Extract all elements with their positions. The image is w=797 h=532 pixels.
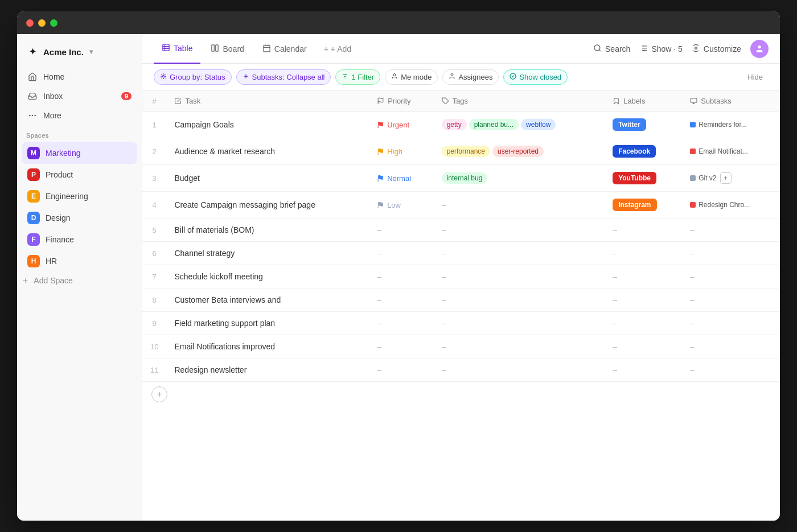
filter-icon [342,73,348,81]
task-tags[interactable]: – [434,265,605,288]
col-task: Task [166,91,369,112]
hr-label: HR [46,257,57,266]
group-by-filter[interactable]: Group by: Status [154,69,232,85]
task-tags[interactable]: – [434,288,605,312]
task-label[interactable]: Twitter [605,112,682,138]
task-label[interactable]: – [605,288,682,312]
task-priority[interactable]: Low [369,192,433,218]
show-closed-label: Show closed [519,73,561,81]
search-action[interactable]: Search [593,44,630,54]
table-row[interactable]: 6Channel strategy–––– [142,242,780,265]
task-priority[interactable]: Urgent [369,112,433,138]
assignees-chip[interactable]: Assignees [442,69,499,85]
task-label[interactable]: Facebook [605,138,682,165]
table-row[interactable]: 1Campaign Goals Urgent gettyplanned bu..… [142,112,780,138]
task-tags[interactable]: – [434,335,605,358]
table-row[interactable]: 8Customer Beta interviews and–––– [142,288,780,312]
task-tags[interactable]: – [434,192,605,218]
table-row[interactable]: 3Budget Normal internal bugYouTubbeGit v… [142,165,780,192]
task-priority[interactable]: Normal [369,165,433,192]
task-tags[interactable]: – [434,242,605,265]
me-mode-chip[interactable]: Me mode [385,69,438,85]
finance-label: Finance [46,235,74,244]
task-subtask[interactable]: Git v2+ [682,165,780,192]
sidebar-item-finance[interactable]: F Finance [22,229,137,250]
task-subtask[interactable]: – [682,358,780,382]
task-tags[interactable]: gettyplanned bu...webflow [434,112,605,138]
tab-table[interactable]: Table [154,34,200,64]
task-label[interactable]: – [605,335,682,358]
tab-calendar[interactable]: Calendar [254,34,315,64]
sidebar-item-hr[interactable]: H HR [22,250,137,272]
hide-button[interactable]: Hide [742,70,769,84]
maximize-button[interactable] [50,19,57,27]
task-priority[interactable]: – [369,265,433,288]
svg-point-2 [30,115,30,116]
app-logo[interactable]: ✦ Acme Inc. ▾ [17,41,142,67]
add-space-button[interactable]: + Add Space [17,272,142,289]
table-row[interactable]: 9Field marketing support plan–––– [142,312,780,335]
add-view-button[interactable]: + + Add [317,41,358,57]
add-row-button[interactable]: + [151,386,167,402]
table-row[interactable]: 4Create Campaign messaging brief page Lo… [142,192,780,218]
subtasks-filter[interactable]: Subtasks: Collapse all [236,69,331,85]
sidebar-item-home[interactable]: Home [22,67,137,86]
task-subtask[interactable]: – [682,288,780,312]
table-row[interactable]: 10Email Notifications improved–––– [142,335,780,358]
minimize-button[interactable] [38,19,46,27]
task-tags[interactable]: – [434,358,605,382]
task-priority[interactable]: – [369,312,433,335]
user-avatar[interactable] [750,40,769,58]
sidebar-item-engineering[interactable]: E Engineering [22,185,137,207]
table-row[interactable]: 5Bill of materials (BOM)–––– [142,218,780,242]
table-row[interactable]: 11Redesign newsletter–––– [142,358,780,382]
task-priority[interactable]: High [369,138,433,165]
task-label[interactable]: – [605,218,682,242]
task-label[interactable]: YouTubbe [605,165,682,192]
show-action[interactable]: Show · 5 [639,44,682,54]
task-priority[interactable]: – [369,288,433,312]
task-name: Redesign newsletter [166,358,369,382]
task-label[interactable]: Instagram [605,192,682,218]
task-priority[interactable]: – [369,242,433,265]
task-subtask[interactable]: Reminders for... [682,112,780,138]
row-number: 9 [142,312,166,335]
close-button[interactable] [26,19,34,27]
task-label[interactable]: – [605,265,682,288]
svg-point-1 [35,115,35,116]
task-tags[interactable]: – [434,218,605,242]
task-name: Bill of materials (BOM) [166,218,369,242]
customize-action[interactable]: Customize [692,44,741,54]
task-label[interactable]: – [605,312,682,335]
task-priority[interactable]: – [369,358,433,382]
task-tags[interactable]: internal bug [434,165,605,192]
show-closed-chip[interactable]: Show closed [503,69,568,85]
filter-chip[interactable]: 1 Filter [335,69,380,85]
task-subtask[interactable]: – [682,265,780,288]
sidebar-item-more[interactable]: More [22,106,137,125]
row-number: 8 [142,288,166,312]
design-label: Design [46,213,71,222]
task-subtask[interactable]: – [682,218,780,242]
task-subtask[interactable]: Email Notificat... [682,138,780,165]
tab-board[interactable]: Board [203,34,252,64]
company-name: Acme Inc. [43,47,84,57]
task-label[interactable]: – [605,358,682,382]
sidebar-item-marketing[interactable]: M Marketing [22,142,137,164]
task-subtask[interactable]: – [682,335,780,358]
sidebar-item-inbox[interactable]: Inbox 9 [22,86,137,106]
task-priority[interactable]: – [369,218,433,242]
inbox-icon [27,91,38,101]
sidebar-item-design[interactable]: D Design [22,207,137,229]
task-subtask[interactable]: Redesign Chro... [682,192,780,218]
task-subtask[interactable]: – [682,242,780,265]
task-priority[interactable]: – [369,335,433,358]
table-row[interactable]: 7Schedule kickoff meeting–––– [142,265,780,288]
sidebar-item-product[interactable]: P Product [22,164,137,185]
nav-tabs: Table Board Calendar [154,34,593,64]
task-subtask[interactable]: – [682,312,780,335]
task-label[interactable]: – [605,242,682,265]
table-row[interactable]: 2Audience & market research High perform… [142,138,780,165]
task-tags[interactable]: performanceuser-reported [434,138,605,165]
task-tags[interactable]: – [434,312,605,335]
